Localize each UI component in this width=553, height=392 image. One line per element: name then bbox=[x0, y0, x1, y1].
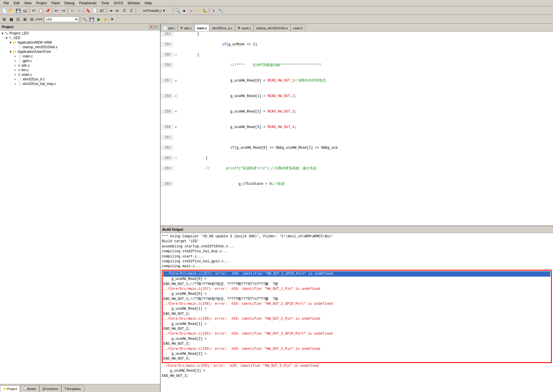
bookmark-btn[interactable]: 🔖 bbox=[85, 7, 91, 14]
menu-svcs[interactable]: SVCS bbox=[112, 1, 126, 6]
new-file-btn[interactable]: 📄 bbox=[1, 7, 7, 14]
tree-root[interactable]: ▼ 🔧 Project: LED bbox=[1, 31, 159, 36]
linenum-264: 264 bbox=[161, 166, 173, 171]
cut-btn[interactable]: ✂ bbox=[31, 7, 37, 14]
target-dropdown-btn[interactable]: osThreadId_t ▼ bbox=[137, 7, 172, 14]
root-icon: 🔧 bbox=[5, 32, 9, 35]
t2-build-btn[interactable]: 🔨 bbox=[81, 16, 88, 22]
menu-view[interactable]: View bbox=[22, 1, 34, 6]
tab-books[interactable]: 📖 Books bbox=[20, 385, 39, 392]
tree-main[interactable]: + 📄 main.c bbox=[1, 54, 159, 59]
panel-close-btn[interactable]: ✕ bbox=[154, 25, 158, 29]
tree-tim[interactable]: + ⚙ tim.c bbox=[1, 68, 159, 72]
tab-stm32it[interactable]: stm32f1xx_it.c bbox=[209, 24, 235, 31]
t2-btn6[interactable]: LOGO bbox=[36, 16, 42, 22]
open-btn[interactable]: 📂 bbox=[8, 7, 14, 14]
tab-startup[interactable]: startup_stm32f103xb.s bbox=[254, 24, 291, 31]
menu-tools[interactable]: Tools bbox=[99, 1, 112, 6]
tree-usart[interactable]: + ⚙ usart.c bbox=[1, 72, 159, 77]
code-editor[interactable]: 253 ✕ } 254 ✕ if(g_ucMode == 1) 255 bbox=[161, 32, 553, 226]
menu-edit[interactable]: Edit bbox=[11, 1, 22, 6]
expand-hal[interactable]: + bbox=[14, 82, 18, 86]
menu-file[interactable]: File bbox=[1, 1, 11, 6]
tab-pid[interactable]: 📄 pid.c bbox=[161, 24, 178, 31]
nav-fwd-btn[interactable]: → bbox=[76, 7, 82, 14]
expand-root[interactable]: ▼ bbox=[1, 32, 5, 35]
menu-peripherals[interactable]: Peripherals bbox=[77, 1, 99, 6]
target-select[interactable]: LED bbox=[44, 16, 79, 22]
bookmark3-btn[interactable]: 🏷 bbox=[99, 7, 105, 14]
build-content[interactable]: *** Using Compiler 'V5.06 update 3 (buil… bbox=[161, 233, 553, 392]
t2-chip-btn[interactable]: 💾 bbox=[88, 16, 95, 22]
tree-startup[interactable]: ▷ 📄 startup_stm32f103xb.s bbox=[1, 45, 159, 49]
tree-gpio[interactable]: + 📄 gpio.c bbox=[1, 59, 159, 63]
menu-flash[interactable]: Flash bbox=[49, 1, 62, 6]
build-panel: Build Output *** Using Compiler 'V5.06 u… bbox=[161, 226, 553, 392]
expand-user-core[interactable]: ▼ bbox=[9, 50, 13, 53]
redo-btn[interactable]: ↪ bbox=[60, 7, 67, 14]
settings-btn[interactable]: 🔧 bbox=[217, 7, 224, 14]
menu-window[interactable]: Window bbox=[125, 1, 142, 6]
error-highlight-box: ../Core/Src/main.c(257): error: #20: ide… bbox=[162, 270, 552, 363]
tab-templates[interactable]: T Templates bbox=[61, 385, 84, 392]
tree-mdk[interactable]: ▼ 📁 Application/MDK-ARM bbox=[1, 40, 159, 45]
stop-btn[interactable]: ○ bbox=[188, 7, 194, 14]
t2-btn2[interactable]: ▦ bbox=[8, 16, 14, 22]
t2-btn4[interactable]: ⊠ bbox=[22, 16, 28, 22]
save-btn[interactable]: 💾 bbox=[15, 7, 21, 14]
copy-btn[interactable]: 📋 bbox=[38, 7, 44, 14]
code-264: // printf("应该前进\r\n");//注释掉更加高效，减少无必 bbox=[178, 161, 316, 176]
undo-btn[interactable]: ↩ bbox=[53, 7, 60, 14]
t2-btn5[interactable]: ⊟ bbox=[29, 16, 35, 22]
expand-it[interactable]: + bbox=[14, 78, 18, 81]
code-line-254: 254 ✕ if(g_ucMode == 1) bbox=[161, 37, 553, 52]
t2-star-btn[interactable]: ✦ bbox=[109, 16, 115, 22]
menu-help[interactable]: Help bbox=[142, 1, 154, 6]
uncomment-btn[interactable]: // bbox=[128, 7, 135, 14]
tree-hal[interactable]: + 📄 stm32f1xx_hal_msp.c bbox=[1, 81, 159, 86]
t2-btn1[interactable]: ⊞ bbox=[1, 16, 7, 22]
expand-usart[interactable]: + bbox=[14, 73, 18, 76]
t2-btn3[interactable]: ⊡ bbox=[15, 16, 21, 22]
bookmark2-btn[interactable]: 📑 bbox=[92, 7, 98, 14]
t2-diamond-btn[interactable]: ◆ bbox=[95, 16, 102, 22]
windows-btn[interactable]: ▪ bbox=[211, 7, 217, 14]
expand-adc[interactable]: + bbox=[14, 64, 18, 67]
tree-adc[interactable]: + ⚙ adc.c bbox=[1, 63, 159, 68]
debug-btn[interactable]: 🐛 bbox=[202, 7, 208, 14]
expand-main[interactable]: + bbox=[14, 55, 18, 58]
project-tree[interactable]: ▼ 🔧 Project: LED ▼ 🔧 LED ▼ 📁 Application… bbox=[0, 30, 160, 384]
tab-usart[interactable]: ⚙ usart.c bbox=[235, 24, 254, 31]
tab-adc-label: adc.c bbox=[184, 26, 192, 30]
outdent-btn[interactable]: ⇤ bbox=[114, 7, 121, 14]
tab-project[interactable]: 📁 Project bbox=[0, 385, 20, 392]
paste-btn[interactable]: 📌 bbox=[44, 7, 51, 14]
panel-pin-btn[interactable]: 📌 bbox=[149, 25, 153, 29]
expand-startup[interactable]: ▷ bbox=[14, 46, 18, 49]
expand-tim[interactable]: + bbox=[14, 69, 18, 72]
search-btn[interactable]: 🔍 bbox=[174, 7, 180, 14]
tab-functions[interactable]: {} Functions bbox=[39, 385, 61, 392]
tab-main[interactable]: main.c bbox=[194, 24, 210, 31]
expand-led[interactable]: ▼ bbox=[5, 36, 9, 40]
startup-icon: 📄 bbox=[18, 45, 22, 49]
menu-debug[interactable]: Debug bbox=[62, 1, 77, 6]
save-all-btn[interactable]: 🗂 bbox=[22, 7, 28, 14]
nav-back-btn[interactable]: ← bbox=[69, 7, 75, 14]
t2-diamond2-btn[interactable]: ◆ bbox=[102, 16, 108, 22]
build-line-extra2: g_ucaHW_Read[2] = bbox=[162, 368, 552, 373]
build-line-16: ../Core/Src/main.c(258): error: #20: ide… bbox=[163, 317, 550, 321]
expand-mdk[interactable]: ▼ bbox=[9, 41, 13, 44]
sep1 bbox=[29, 8, 30, 13]
tree-it[interactable]: + 📄 stm32f1xx_it.c bbox=[1, 77, 159, 81]
tab-adc[interactable]: ⚙ adc.c bbox=[178, 24, 194, 31]
expand-gpio[interactable]: + bbox=[14, 59, 18, 63]
indent-btn[interactable]: ⇥ bbox=[108, 7, 114, 14]
flash-btn[interactable]: ⚡ bbox=[195, 7, 201, 14]
build-btn[interactable]: ● bbox=[181, 7, 187, 14]
menu-project[interactable]: Project bbox=[34, 1, 49, 6]
tree-user-core[interactable]: ▼ 📁 Application/User/Core bbox=[1, 49, 159, 54]
tab-usarth[interactable]: usart.h bbox=[291, 24, 305, 31]
tree-led[interactable]: ▼ 🔧 LED bbox=[1, 36, 159, 40]
comment-btn[interactable]: // bbox=[121, 7, 128, 14]
